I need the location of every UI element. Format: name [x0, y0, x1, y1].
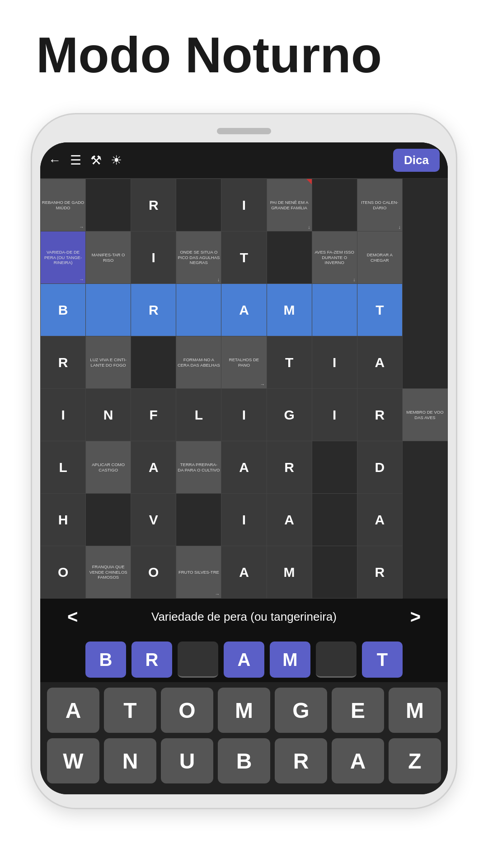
grid-cell[interactable]: AVES FA-ZEM ISSO DURANTE O INVERNO↓ [312, 231, 357, 284]
grid-cell[interactable]: B [41, 284, 86, 336]
grid-cell[interactable]: I [221, 179, 267, 231]
hint-prev[interactable]: < [67, 607, 78, 627]
grid-cell[interactable]: ONDE SE SITUA O PICO DAS AGULHAS NEGRAS↓ [176, 231, 221, 284]
grid-cell[interactable]: N [86, 389, 131, 441]
grid-cell[interactable] [86, 284, 131, 336]
grid-cell[interactable] [86, 494, 131, 546]
letter-slot[interactable]: R [131, 642, 172, 678]
grid-cell[interactable]: A [357, 336, 402, 389]
key-button[interactable]: U [161, 738, 213, 783]
grid-cell[interactable] [267, 231, 312, 284]
grid-cell[interactable]: DEMORAR A CHEGAR [357, 231, 402, 284]
phone-screen: ← ☰ ⚒ ☀ Dica REBANHO DE GADO MIÚDO→RIPAI… [40, 142, 448, 794]
key-button[interactable]: G [275, 688, 327, 733]
key-button[interactable]: W [47, 738, 99, 783]
letter-slot[interactable]: A [224, 642, 264, 678]
grid-cell[interactable]: A [221, 441, 267, 494]
grid-cell[interactable]: LUZ VIVA E CINTI-LANTE DO FOGO [86, 336, 131, 389]
grid-cell[interactable]: R [357, 389, 402, 441]
key-button[interactable]: Z [389, 738, 441, 783]
letter-slot[interactable]: T [362, 642, 403, 678]
key-button[interactable]: M [389, 688, 441, 733]
grid-cell[interactable]: REBANHO DE GADO MIÚDO→ [41, 179, 86, 231]
grid-cell[interactable]: A [221, 284, 267, 336]
grid-cell[interactable] [86, 179, 131, 231]
key-button[interactable]: E [332, 688, 384, 733]
grid-cell[interactable]: T [221, 231, 267, 284]
grid-cell[interactable]: R [267, 441, 312, 494]
page-title: Modo Noturno [36, 27, 452, 83]
grid-cell[interactable] [176, 179, 221, 231]
grid-cell[interactable]: O [41, 546, 86, 599]
keyboard-row-1: ATOMGEM [45, 688, 443, 733]
grid-cell[interactable]: G [267, 389, 312, 441]
grid-cell[interactable]: M [267, 284, 312, 336]
grid-cell[interactable]: R [131, 284, 176, 336]
grid-cell[interactable]: ITENS DO CALEN-DÁRIO↓ [357, 179, 402, 231]
grid-cell[interactable]: MEMBRO DE VOO DAS AVES [402, 389, 447, 441]
grid-cell[interactable]: L [41, 441, 86, 494]
key-button[interactable]: B [218, 738, 270, 783]
grid-cell[interactable]: PAI DE NENÊ EM A GRANDE FAMÍLIA↓ [267, 179, 312, 231]
key-button[interactable]: R [275, 738, 327, 783]
grid-cell[interactable]: V [131, 494, 176, 546]
dica-button[interactable]: Dica [393, 149, 440, 172]
settings-icon[interactable]: ⚒ [90, 153, 102, 168]
grid-cell[interactable]: I [131, 231, 176, 284]
grid-cell[interactable] [176, 494, 221, 546]
grid-cell[interactable]: A [131, 441, 176, 494]
grid-cell[interactable] [312, 494, 357, 546]
grid-cell[interactable]: O [131, 546, 176, 599]
grid-cell[interactable] [131, 336, 176, 389]
grid-cell[interactable]: T [357, 284, 402, 336]
grid-cell[interactable]: FORMAM-NO A CERA DAS ABELHAS [176, 336, 221, 389]
key-button[interactable]: N [104, 738, 156, 783]
grid-cell[interactable]: I [41, 389, 86, 441]
keyboard-area: ATOMGEM WNUBRAZ [40, 682, 448, 794]
grid-cell[interactable] [312, 284, 357, 336]
grid-cell[interactable]: VARIEDA-DE DE PERA (OU TANGE-RINEIRA)→ [41, 231, 86, 284]
phone-speaker [217, 128, 271, 134]
grid-cell[interactable]: T [267, 336, 312, 389]
key-button[interactable]: T [104, 688, 156, 733]
grid-cell[interactable]: I [221, 494, 267, 546]
hint-text: Variedade de pera (ou tangerineira) [78, 609, 410, 625]
back-icon[interactable]: ← [48, 153, 61, 168]
grid-cell[interactable]: F [131, 389, 176, 441]
grid-cell[interactable]: MANIFES-TAR O RISO [86, 231, 131, 284]
grid-cell[interactable]: A [221, 546, 267, 599]
letter-slot[interactable]: B [85, 642, 126, 678]
grid-cell[interactable]: FRUTO SILVES-TRE→ [176, 546, 221, 599]
grid-cell[interactable] [312, 546, 357, 599]
grid-cell[interactable]: RETALHOS DE PANO→ [221, 336, 267, 389]
grid-cell[interactable]: FRANQUIA QUE VENDE CHINELOS FAMOSOS [86, 546, 131, 599]
key-button[interactable]: M [218, 688, 270, 733]
letter-slot[interactable] [178, 642, 218, 678]
letter-slot[interactable]: M [270, 642, 310, 678]
grid-cell[interactable] [176, 284, 221, 336]
grid-cell[interactable]: TERRA PREPARA-DA PARA O CULTIVO [176, 441, 221, 494]
grid-cell[interactable]: R [357, 546, 402, 599]
grid-cell[interactable]: R [131, 179, 176, 231]
key-button[interactable]: O [161, 688, 213, 733]
grid-cell[interactable]: A [267, 494, 312, 546]
hint-next[interactable]: > [410, 607, 421, 627]
grid-cell[interactable]: R [41, 336, 86, 389]
keyboard-row-2: WNUBRAZ [45, 738, 443, 783]
grid-cell[interactable]: APLICAR COMO CASTIGO [86, 441, 131, 494]
grid-cell[interactable]: A [357, 494, 402, 546]
key-button[interactable]: A [47, 688, 99, 733]
brightness-icon[interactable]: ☀ [111, 153, 122, 168]
grid-cell[interactable]: I [221, 389, 267, 441]
menu-icon[interactable]: ☰ [70, 153, 81, 168]
letter-slot[interactable] [316, 642, 357, 678]
grid-cell[interactable]: H [41, 494, 86, 546]
grid-cell[interactable]: D [357, 441, 402, 494]
key-button[interactable]: A [332, 738, 384, 783]
grid-cell[interactable]: L [176, 389, 221, 441]
grid-cell[interactable]: I [312, 389, 357, 441]
grid-cell[interactable]: I [312, 336, 357, 389]
grid-cell[interactable] [312, 441, 357, 494]
grid-cell[interactable] [312, 179, 357, 231]
grid-cell[interactable]: M [267, 546, 312, 599]
